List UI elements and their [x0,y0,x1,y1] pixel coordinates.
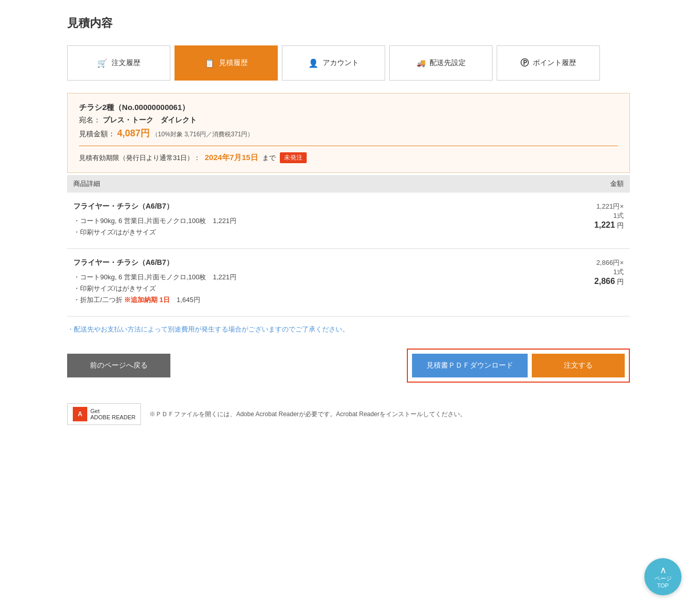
product-detail-2-1: ・印刷サイズ/はがきサイズ [73,284,515,293]
back-button[interactable]: 前のページへ戻る [67,354,170,377]
notice-text: ・配送先やお支払い方法によって別途費用が発生する場合がございますのでご了承くださ… [67,325,630,334]
price-qty-1: 1,221円× 1式 [528,202,624,220]
col-detail: 商品詳細 [67,175,521,193]
order-button[interactable]: 注文する [532,354,625,377]
list-icon [204,58,215,68]
price-cell-1: 1,221円× 1式 1,221 円 [521,193,630,249]
product-detail-1-1: ・印刷サイズ/はがきサイズ [73,228,515,237]
actions-row: 前のページへ戻る 見積書ＰＤＦダウンロード 注文する [67,349,630,383]
product-detail-1-0: ・コート90kg, 6 営業日,片面モノクロ,100枚 1,221円 [73,216,515,226]
price-qty-2: 2,866円× 1式 [528,258,624,277]
price-total-1: 1,221 円 [528,220,624,230]
page-title: 見積内容 [67,15,630,31]
product-detail-2-0: ・コート90kg, 6 営業日,片面モノクロ,100枚 1,221円 [73,273,515,282]
quote-title: チラシ2種（No.00000000061） [79,103,618,113]
table-row: フライヤー・チラシ（A6/B7） ・コート90kg, 6 営業日,片面モノクロ,… [67,249,630,317]
product-name-1: フライヤー・チラシ（A6/B7） [73,202,515,211]
status-badge: 未発注 [280,152,307,163]
tab-delivery[interactable]: 配送先設定 [389,45,493,81]
quote-validity: 見積有効期限（発行日より通常31日）： 2024年7月15日 まで 未発注 [79,152,618,163]
nav-tabs: 注文履歴 見積履歴 アカウント 配送先設定 ポイント履歴 [67,45,630,81]
price-cell-2: 2,866円× 1式 2,866 円 [521,249,630,317]
cart-icon [97,58,107,68]
btn-group-right: 見積書ＰＤＦダウンロード 注文する [407,349,630,383]
adobe-section: A Get ADOBE READER ※ＰＤＦファイルを開くには、Adobe A… [67,403,630,425]
additional-note: ※追加納期 1日 [124,296,170,304]
tab-order-history[interactable]: 注文履歴 [67,45,170,81]
pdf-download-button[interactable]: 見積書ＰＤＦダウンロード [412,354,528,377]
tab-account[interactable]: アカウント [282,45,385,81]
points-icon [520,58,529,69]
user-icon [308,58,319,68]
quote-divider [79,146,618,146]
product-table: 商品詳細 金額 フライヤー・チラシ（A6/B7） ・コート90kg, 6 営業日… [67,175,630,317]
adobe-badge-text: Get ADOBE READER [90,408,135,420]
price-total-2: 2,866 円 [528,277,624,287]
adobe-icon: A [73,407,87,421]
truck-icon [417,59,425,67]
tab-points[interactable]: ポイント履歴 [497,45,600,81]
amount-note: （10%対象 3,716円／消費税371円） [152,131,254,138]
quote-amount: 見積金額： 4,087円 （10%対象 3,716円／消費税371円） [79,127,618,139]
product-name-2: フライヤー・チラシ（A6/B7） [73,258,515,267]
amount-value: 4,087円 [117,128,150,138]
addressee-value: プレス・トーク ダイレクト [103,116,197,124]
table-row: フライヤー・チラシ（A6/B7） ・コート90kg, 6 営業日,片面モノクロ,… [67,193,630,249]
quote-addressee: 宛名： プレス・トーク ダイレクト [79,116,618,125]
product-detail-2-extra: ・折加工/二つ折 ※追加納期 1日 1,645円 [73,295,515,305]
col-amount: 金額 [521,175,630,193]
adobe-note: ※ＰＤＦファイルを開くには、Adobe Acrobat Readerが必要です。… [149,410,466,419]
validity-date: 2024年7月15日 [204,153,258,163]
tab-quote-history[interactable]: 見積履歴 [175,45,278,81]
quote-card: チラシ2種（No.00000000061） 宛名： プレス・トーク ダイレクト … [67,93,630,173]
adobe-badge: A Get ADOBE READER [67,403,141,425]
